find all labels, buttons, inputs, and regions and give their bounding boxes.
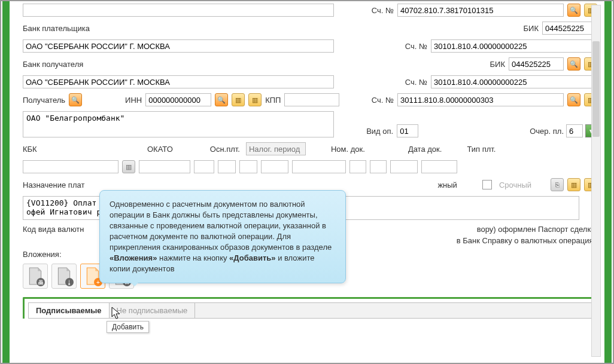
osn-label: Осн.плт.: [210, 145, 240, 154]
left-decorative-strip: [2, 1, 10, 363]
code-fx-label: Код вида валютн: [23, 225, 84, 234]
acct-label-4: Сч. №: [372, 96, 394, 105]
vid-op-label: Вид оп.: [366, 127, 393, 136]
purpose-label: Назначение плат: [23, 181, 84, 189]
acct-recv-input[interactable]: [397, 93, 564, 106]
okato-input[interactable]: [139, 160, 190, 173]
acct-label-3: Сч. №: [405, 78, 427, 87]
acct-1-input[interactable]: [397, 4, 564, 17]
tab-signed[interactable]: Подписываемые: [29, 303, 110, 318]
save-icon: ⭳: [65, 278, 74, 286]
bik-payer-input[interactable]: [542, 22, 597, 35]
purpose-action2-icon[interactable]: ▥: [567, 178, 580, 191]
bik-recv-input[interactable]: [509, 57, 564, 71]
lookup-bik-icon[interactable]: 🔍: [567, 57, 580, 71]
inn-label: ИНН: [125, 96, 142, 105]
acct-payer-corr-input[interactable]: [431, 39, 597, 53]
help-tooltip: Одновременно с расчетным документом по в…: [99, 190, 346, 283]
nom-label: Ном. док.: [331, 145, 365, 154]
okato-label: ОКАТО: [147, 145, 173, 154]
ocher-input[interactable]: [566, 124, 583, 137]
dd3[interactable]: [390, 160, 418, 173]
payer-bank-label: Банк плательщика: [23, 24, 90, 33]
acct-recv-corr-input[interactable]: [431, 75, 597, 88]
attachments-tabs: Подписываемые Не подписываемые: [23, 297, 601, 319]
bik-label-1: БИК: [524, 24, 539, 33]
urgent-label: Срочный: [499, 181, 531, 189]
nalog-period-input: [246, 142, 306, 155]
tab-unsigned[interactable]: Не подписываемые: [110, 303, 196, 318]
np2[interactable]: [239, 160, 257, 173]
recv-name-textarea[interactable]: [23, 111, 334, 137]
tip-label: Тип плт.: [467, 145, 496, 154]
recv-bank-label: Банк получателя: [23, 60, 83, 69]
urgent-checkbox[interactable]: [482, 180, 492, 189]
bik-label-2: БИК: [490, 60, 505, 69]
np3[interactable]: [261, 160, 288, 173]
purpose-flag-label: жный: [437, 181, 457, 189]
kbk-input[interactable]: [23, 160, 118, 173]
recv-bank-input[interactable]: [23, 75, 334, 88]
lookup-recv-icon[interactable]: 🔍: [69, 93, 82, 106]
attachments-label: Вложения:: [23, 250, 62, 259]
kbk-label: КБК: [23, 145, 62, 154]
vertical-scrollbar[interactable]: [591, 5, 601, 357]
kpp-label: КПП: [265, 96, 281, 105]
np1[interactable]: [218, 160, 236, 173]
print-icon: 🖶: [37, 278, 45, 286]
ocher-label: Очер. пл.: [530, 127, 564, 136]
nom-input[interactable]: [292, 160, 346, 173]
passport-text2: в Банк Справку о валютных операциях: [457, 236, 597, 245]
attach-save-button[interactable]: ⭳: [51, 264, 77, 289]
attach-print-button[interactable]: 🖶: [23, 264, 48, 289]
purpose-action1-icon[interactable]: ⎘: [551, 178, 564, 191]
dd1[interactable]: [349, 160, 366, 173]
osn-input[interactable]: [194, 160, 214, 173]
acct-label-1: Сч. №: [372, 6, 394, 15]
lookup-icon[interactable]: 🔍: [567, 4, 580, 17]
lookup-acct-recv-icon[interactable]: 🔍: [567, 93, 580, 106]
vid-op-input[interactable]: [397, 124, 418, 137]
inn-input[interactable]: [145, 93, 211, 106]
scrollbar-thumb[interactable]: [592, 41, 600, 137]
right-decorative-strip: [604, 1, 612, 363]
acct-label-2: Сч. №: [405, 42, 427, 51]
add-hover-tooltip: Добавить: [107, 321, 149, 333]
passport-text1: вору) оформлен Паспорт сделки,: [477, 225, 597, 234]
tip-input[interactable]: [421, 160, 457, 173]
kpp-input[interactable]: [284, 93, 339, 106]
unknown-top-field[interactable]: [23, 4, 334, 17]
kbk-pick-icon[interactable]: ▥: [122, 160, 135, 173]
extra-inn-icon[interactable]: ▥: [248, 93, 262, 106]
dd2[interactable]: [370, 160, 387, 173]
mouse-cursor-icon: [111, 307, 122, 320]
recv-label: Получатель: [23, 96, 65, 105]
pick-inn-icon[interactable]: ▥: [232, 93, 245, 106]
data-label: Дата док.: [408, 145, 442, 154]
lookup-inn-icon[interactable]: 🔍: [215, 93, 228, 106]
payer-bank-input[interactable]: [23, 39, 334, 53]
